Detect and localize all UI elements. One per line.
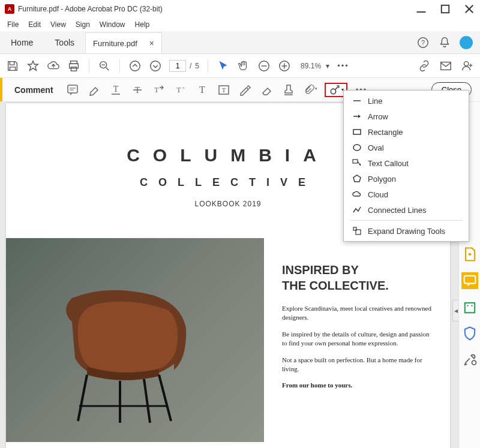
close-button[interactable]	[463, 3, 475, 15]
hand-tool-icon[interactable]	[237, 59, 250, 73]
zoom-plus-icon[interactable]	[278, 59, 291, 73]
tab-tools[interactable]: Tools	[44, 31, 85, 53]
replace-text-icon[interactable]: T	[152, 83, 166, 97]
svg-point-48	[353, 145, 361, 151]
page-down-icon[interactable]	[149, 59, 162, 73]
menu-help[interactable]: Help	[130, 19, 155, 30]
print-icon[interactable]	[67, 59, 80, 73]
save-icon[interactable]	[6, 59, 19, 73]
window-title: Furniture.pdf - Adobe Acrobat Pro DC (32…	[18, 5, 415, 13]
page-indicator: / 5	[169, 60, 199, 72]
chevron-down-icon: ▾	[326, 62, 329, 70]
cloud-upload-icon[interactable]	[47, 59, 60, 73]
star-icon[interactable]	[26, 59, 40, 73]
page-total: 5	[195, 62, 199, 70]
share-link-icon[interactable]	[418, 59, 431, 73]
eraser-icon[interactable]	[260, 83, 274, 97]
zoom-out-icon[interactable]	[98, 59, 111, 73]
stamp-icon[interactable]	[281, 83, 296, 97]
svg-point-12	[130, 61, 140, 71]
pencil-icon[interactable]	[238, 83, 253, 97]
doc-copy: INSPIRED BYTHE COLLECTIVE. Explore Scand…	[282, 238, 450, 442]
main-toolbar: / 5 89.1% ▾ •••	[0, 54, 480, 78]
comment-rail-icon[interactable]	[461, 272, 478, 289]
svg-text:^: ^	[182, 86, 185, 91]
tab-close-icon[interactable]: ×	[149, 38, 154, 48]
menu-item-connected-lines[interactable]: Connected Lines	[344, 202, 469, 218]
arrow-icon	[352, 112, 362, 121]
oval-icon	[352, 143, 362, 152]
sticky-note-icon[interactable]	[65, 83, 80, 97]
maximize-button[interactable]	[439, 3, 451, 15]
zoom-dropdown[interactable]: 89.1% ▾	[298, 62, 329, 70]
tab-home[interactable]: Home	[0, 31, 44, 53]
doc-p1: Explore Scandinavia, meet local creative…	[282, 304, 432, 323]
protect-rail-icon[interactable]	[461, 325, 478, 342]
zoom-minus-icon[interactable]	[257, 59, 271, 73]
menu-item-expand[interactable]: Expand Drawing Tools	[344, 223, 469, 239]
menu-edit[interactable]: Edit	[23, 19, 46, 30]
svg-marker-50	[353, 175, 361, 182]
doc-heading: INSPIRED BYTHE COLLECTIVE.	[282, 262, 432, 293]
svg-point-20	[464, 61, 469, 65]
svg-line-38	[144, 379, 150, 423]
svg-rect-8	[71, 67, 76, 70]
tab-document-label: Furniture.pdf	[93, 39, 137, 48]
menu-file[interactable]: File	[2, 19, 23, 30]
notifications-icon[interactable]	[438, 36, 451, 49]
text-box-icon[interactable]: T	[217, 83, 231, 97]
menu-sign[interactable]: Sign	[71, 19, 95, 30]
menu-item-oval[interactable]: Oval	[344, 140, 469, 155]
menu-item-polygon[interactable]: Polygon	[344, 171, 469, 187]
window-titlebar: Furniture.pdf - Adobe Acrobat Pro DC (32…	[0, 0, 480, 18]
more-tools-rail-icon[interactable]	[461, 351, 478, 368]
email-icon[interactable]	[439, 59, 452, 73]
menu-item-cloud[interactable]: Cloud	[344, 187, 469, 202]
more-tools-icon[interactable]: •••	[337, 59, 350, 73]
strikethrough-text-icon[interactable]: T	[130, 83, 145, 97]
svg-text:T: T	[221, 86, 226, 94]
highlight-icon[interactable]	[87, 83, 101, 97]
export-rail-icon[interactable]	[461, 299, 478, 315]
underline-text-icon[interactable]: T	[109, 83, 123, 97]
menu-item-text-callout[interactable]: Text Callout	[344, 155, 469, 171]
add-person-icon[interactable]	[461, 59, 474, 73]
attachment-icon[interactable]: ▾	[303, 83, 317, 97]
svg-line-35	[78, 375, 87, 421]
svg-text:T: T	[154, 86, 159, 94]
comment-indicator-stripe	[0, 78, 2, 101]
svg-point-13	[151, 61, 161, 71]
add-text-icon[interactable]: T	[195, 83, 209, 97]
doc-p4: From our home to yours.	[282, 381, 432, 390]
page-up-icon[interactable]	[128, 59, 142, 73]
menu-separator	[350, 220, 463, 221]
menu-item-line[interactable]: Line	[344, 93, 469, 109]
svg-rect-47	[353, 130, 361, 134]
menu-item-rectangle[interactable]: Rectangle	[344, 124, 469, 140]
acrobat-app-icon	[5, 4, 14, 14]
rectangle-icon	[352, 127, 362, 137]
minimize-button[interactable]	[415, 3, 427, 15]
menu-window[interactable]: Window	[95, 19, 130, 30]
svg-point-43	[471, 305, 472, 306]
rail-collapse-toggle[interactable]: ◀	[452, 300, 458, 321]
polygon-icon	[352, 174, 362, 184]
menu-bar: File Edit View Sign Window Help	[0, 18, 480, 31]
line-icon	[352, 96, 362, 106]
svg-rect-41	[464, 303, 474, 312]
create-pdf-rail-icon[interactable]	[461, 246, 478, 263]
selection-arrow-icon[interactable]	[217, 59, 230, 73]
user-avatar[interactable]	[460, 36, 473, 49]
product-photo	[6, 238, 264, 442]
menu-view[interactable]: View	[46, 19, 71, 30]
tab-document[interactable]: Furniture.pdf ×	[85, 32, 162, 53]
svg-rect-49	[353, 160, 358, 163]
svg-rect-1	[442, 5, 449, 13]
insert-text-icon[interactable]: T^	[173, 83, 188, 97]
menu-item-arrow[interactable]: Arrow	[344, 109, 469, 124]
svg-line-11	[106, 67, 109, 70]
help-icon[interactable]: ?	[416, 36, 430, 49]
drawing-tools-menu: Line Arrow Rectangle Oval Text Callout P…	[343, 90, 469, 242]
doc-p3: Not a space built on perfection. But a h…	[282, 356, 432, 374]
page-current-input[interactable]	[169, 60, 186, 72]
